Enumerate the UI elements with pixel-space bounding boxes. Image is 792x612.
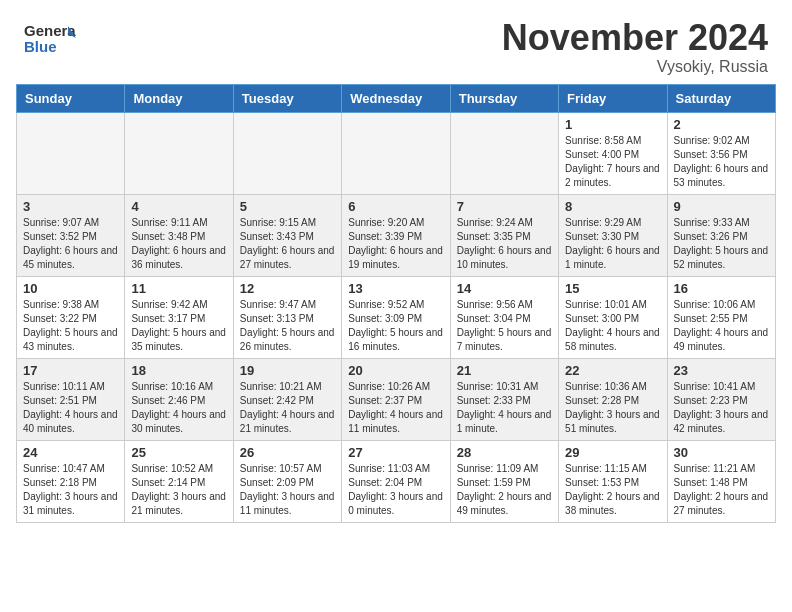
day-info: Sunrise: 9:29 AM Sunset: 3:30 PM Dayligh…: [565, 216, 660, 272]
calendar-cell: 10Sunrise: 9:38 AM Sunset: 3:22 PM Dayli…: [17, 276, 125, 358]
day-number: 25: [131, 445, 226, 460]
calendar-cell: 4Sunrise: 9:11 AM Sunset: 3:48 PM Daylig…: [125, 194, 233, 276]
day-info: Sunrise: 10:52 AM Sunset: 2:14 PM Daylig…: [131, 462, 226, 518]
day-info: Sunrise: 11:09 AM Sunset: 1:59 PM Daylig…: [457, 462, 552, 518]
day-number: 15: [565, 281, 660, 296]
header-friday: Friday: [559, 84, 667, 112]
day-info: Sunrise: 10:57 AM Sunset: 2:09 PM Daylig…: [240, 462, 335, 518]
day-number: 1: [565, 117, 660, 132]
header-wednesday: Wednesday: [342, 84, 450, 112]
week-row-4: 17Sunrise: 10:11 AM Sunset: 2:51 PM Dayl…: [17, 358, 776, 440]
day-number: 22: [565, 363, 660, 378]
calendar-cell: 28Sunrise: 11:09 AM Sunset: 1:59 PM Dayl…: [450, 440, 558, 522]
svg-text:Blue: Blue: [24, 38, 57, 55]
day-number: 28: [457, 445, 552, 460]
calendar-cell: 9Sunrise: 9:33 AM Sunset: 3:26 PM Daylig…: [667, 194, 775, 276]
day-info: Sunrise: 9:24 AM Sunset: 3:35 PM Dayligh…: [457, 216, 552, 272]
day-number: 27: [348, 445, 443, 460]
day-number: 2: [674, 117, 769, 132]
day-info: Sunrise: 9:56 AM Sunset: 3:04 PM Dayligh…: [457, 298, 552, 354]
day-number: 29: [565, 445, 660, 460]
calendar-cell: 16Sunrise: 10:06 AM Sunset: 2:55 PM Dayl…: [667, 276, 775, 358]
day-number: 6: [348, 199, 443, 214]
day-info: Sunrise: 11:15 AM Sunset: 1:53 PM Daylig…: [565, 462, 660, 518]
calendar-cell: 12Sunrise: 9:47 AM Sunset: 3:13 PM Dayli…: [233, 276, 341, 358]
calendar-cell: 21Sunrise: 10:31 AM Sunset: 2:33 PM Dayl…: [450, 358, 558, 440]
calendar-wrapper: SundayMondayTuesdayWednesdayThursdayFrid…: [0, 84, 792, 531]
calendar-cell: 24Sunrise: 10:47 AM Sunset: 2:18 PM Dayl…: [17, 440, 125, 522]
day-info: Sunrise: 9:52 AM Sunset: 3:09 PM Dayligh…: [348, 298, 443, 354]
day-number: 14: [457, 281, 552, 296]
calendar-cell: 6Sunrise: 9:20 AM Sunset: 3:39 PM Daylig…: [342, 194, 450, 276]
logo: GeneralBlue: [24, 18, 76, 58]
calendar-cell: 19Sunrise: 10:21 AM Sunset: 2:42 PM Dayl…: [233, 358, 341, 440]
day-info: Sunrise: 10:31 AM Sunset: 2:33 PM Daylig…: [457, 380, 552, 436]
calendar-cell: 29Sunrise: 11:15 AM Sunset: 1:53 PM Dayl…: [559, 440, 667, 522]
day-number: 19: [240, 363, 335, 378]
day-info: Sunrise: 11:03 AM Sunset: 2:04 PM Daylig…: [348, 462, 443, 518]
day-info: Sunrise: 9:38 AM Sunset: 3:22 PM Dayligh…: [23, 298, 118, 354]
header-sunday: Sunday: [17, 84, 125, 112]
calendar-cell: [342, 112, 450, 194]
day-info: Sunrise: 9:02 AM Sunset: 3:56 PM Dayligh…: [674, 134, 769, 190]
calendar-cell: 7Sunrise: 9:24 AM Sunset: 3:35 PM Daylig…: [450, 194, 558, 276]
day-info: Sunrise: 9:11 AM Sunset: 3:48 PM Dayligh…: [131, 216, 226, 272]
calendar-cell: 18Sunrise: 10:16 AM Sunset: 2:46 PM Dayl…: [125, 358, 233, 440]
week-row-2: 3Sunrise: 9:07 AM Sunset: 3:52 PM Daylig…: [17, 194, 776, 276]
day-info: Sunrise: 10:16 AM Sunset: 2:46 PM Daylig…: [131, 380, 226, 436]
day-info: Sunrise: 9:33 AM Sunset: 3:26 PM Dayligh…: [674, 216, 769, 272]
day-number: 5: [240, 199, 335, 214]
page-header: GeneralBlue November 2024 Vysokiy, Russi…: [0, 0, 792, 84]
day-number: 7: [457, 199, 552, 214]
calendar-cell: [17, 112, 125, 194]
day-info: Sunrise: 10:41 AM Sunset: 2:23 PM Daylig…: [674, 380, 769, 436]
calendar-cell: 14Sunrise: 9:56 AM Sunset: 3:04 PM Dayli…: [450, 276, 558, 358]
header-saturday: Saturday: [667, 84, 775, 112]
calendar-header-row: SundayMondayTuesdayWednesdayThursdayFrid…: [17, 84, 776, 112]
header-monday: Monday: [125, 84, 233, 112]
title-block: November 2024 Vysokiy, Russia: [502, 18, 768, 76]
calendar-cell: 8Sunrise: 9:29 AM Sunset: 3:30 PM Daylig…: [559, 194, 667, 276]
calendar-cell: 17Sunrise: 10:11 AM Sunset: 2:51 PM Dayl…: [17, 358, 125, 440]
day-info: Sunrise: 10:21 AM Sunset: 2:42 PM Daylig…: [240, 380, 335, 436]
day-number: 3: [23, 199, 118, 214]
day-number: 16: [674, 281, 769, 296]
week-row-1: 1Sunrise: 8:58 AM Sunset: 4:00 PM Daylig…: [17, 112, 776, 194]
logo-svg: GeneralBlue: [24, 18, 76, 58]
calendar-cell: 1Sunrise: 8:58 AM Sunset: 4:00 PM Daylig…: [559, 112, 667, 194]
calendar-cell: 2Sunrise: 9:02 AM Sunset: 3:56 PM Daylig…: [667, 112, 775, 194]
day-number: 24: [23, 445, 118, 460]
day-info: Sunrise: 10:06 AM Sunset: 2:55 PM Daylig…: [674, 298, 769, 354]
calendar-cell: 26Sunrise: 10:57 AM Sunset: 2:09 PM Dayl…: [233, 440, 341, 522]
calendar-cell: 27Sunrise: 11:03 AM Sunset: 2:04 PM Dayl…: [342, 440, 450, 522]
day-number: 11: [131, 281, 226, 296]
day-number: 8: [565, 199, 660, 214]
day-number: 12: [240, 281, 335, 296]
day-number: 13: [348, 281, 443, 296]
calendar-cell: 15Sunrise: 10:01 AM Sunset: 3:00 PM Dayl…: [559, 276, 667, 358]
calendar-cell: [233, 112, 341, 194]
week-row-3: 10Sunrise: 9:38 AM Sunset: 3:22 PM Dayli…: [17, 276, 776, 358]
calendar-cell: [450, 112, 558, 194]
day-info: Sunrise: 9:42 AM Sunset: 3:17 PM Dayligh…: [131, 298, 226, 354]
day-info: Sunrise: 11:21 AM Sunset: 1:48 PM Daylig…: [674, 462, 769, 518]
day-info: Sunrise: 10:36 AM Sunset: 2:28 PM Daylig…: [565, 380, 660, 436]
month-title: November 2024: [502, 18, 768, 58]
calendar-cell: 11Sunrise: 9:42 AM Sunset: 3:17 PM Dayli…: [125, 276, 233, 358]
header-thursday: Thursday: [450, 84, 558, 112]
day-number: 10: [23, 281, 118, 296]
day-number: 20: [348, 363, 443, 378]
calendar-cell: 20Sunrise: 10:26 AM Sunset: 2:37 PM Dayl…: [342, 358, 450, 440]
day-info: Sunrise: 9:47 AM Sunset: 3:13 PM Dayligh…: [240, 298, 335, 354]
day-number: 21: [457, 363, 552, 378]
day-number: 23: [674, 363, 769, 378]
day-info: Sunrise: 10:26 AM Sunset: 2:37 PM Daylig…: [348, 380, 443, 436]
day-info: Sunrise: 9:07 AM Sunset: 3:52 PM Dayligh…: [23, 216, 118, 272]
day-info: Sunrise: 10:01 AM Sunset: 3:00 PM Daylig…: [565, 298, 660, 354]
day-info: Sunrise: 9:20 AM Sunset: 3:39 PM Dayligh…: [348, 216, 443, 272]
day-info: Sunrise: 10:47 AM Sunset: 2:18 PM Daylig…: [23, 462, 118, 518]
calendar-table: SundayMondayTuesdayWednesdayThursdayFrid…: [16, 84, 776, 523]
day-number: 18: [131, 363, 226, 378]
calendar-cell: 5Sunrise: 9:15 AM Sunset: 3:43 PM Daylig…: [233, 194, 341, 276]
day-number: 4: [131, 199, 226, 214]
